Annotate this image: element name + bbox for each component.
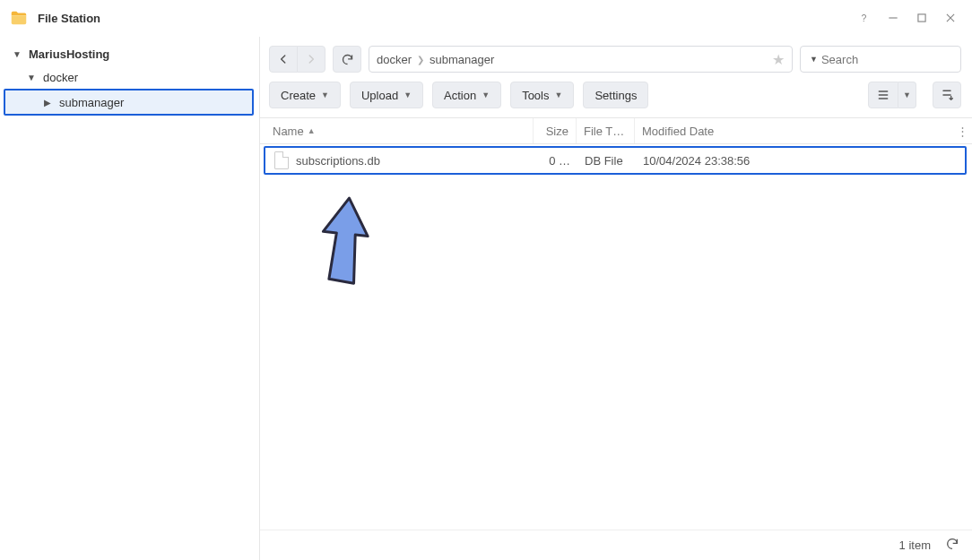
svg-rect-1 [889, 17, 897, 18]
status-bar: 1 item [260, 530, 972, 560]
close-button[interactable] [938, 5, 963, 30]
forward-button[interactable] [297, 46, 325, 73]
maximize-button[interactable] [909, 5, 934, 30]
item-count: 1 item [899, 538, 931, 552]
col-label: Size [546, 125, 568, 138]
content-pane: docker ❯ submanager ★ ▼ Create▼ Upload▼ … [260, 37, 972, 560]
column-header-type[interactable]: File T… [577, 118, 635, 143]
btn-label: Action [444, 89, 476, 102]
help-button[interactable]: ? [852, 5, 877, 30]
btn-label: Settings [594, 89, 637, 102]
column-header-date[interactable]: Modified Date [635, 118, 952, 143]
sort-button[interactable] [933, 82, 961, 108]
chevron-right-icon: ❯ [417, 55, 424, 65]
svg-text:?: ? [862, 13, 867, 23]
view-dropdown-button[interactable]: ▼ [898, 82, 916, 108]
btn-label: Upload [361, 89, 398, 102]
action-toolbar: Create▼ Upload▼ Action▼ Tools▼ Settings … [260, 78, 972, 117]
tree-item-docker[interactable]: ▼ docker [11, 65, 254, 89]
chevron-down-icon[interactable]: ▼ [810, 55, 818, 64]
chevron-down-icon: ▼ [11, 47, 23, 60]
highlighted-row-frame: subscriptions.db 0 … DB File 10/04/2024 … [264, 146, 967, 175]
sort-asc-icon: ▲ [308, 126, 316, 135]
file-icon [274, 151, 289, 169]
view-mode-group: ▼ [868, 82, 916, 108]
refresh-status-button[interactable] [945, 537, 959, 554]
chevron-right-icon: ▶ [41, 96, 54, 108]
breadcrumb[interactable]: docker ❯ submanager ★ [369, 46, 793, 73]
btn-label: Create [281, 89, 316, 102]
column-header-name[interactable]: Name▲ [260, 118, 534, 143]
title-bar: File Station ? [0, 0, 972, 36]
column-header-size[interactable]: Size [534, 118, 577, 143]
search-box[interactable]: ▼ [800, 46, 961, 73]
col-label: Name [273, 125, 304, 138]
chevron-down-icon: ▼ [482, 90, 490, 99]
window-title: File Station [38, 12, 100, 25]
svg-rect-2 [918, 14, 925, 22]
nav-history-group [269, 46, 325, 73]
create-button[interactable]: Create▼ [269, 82, 341, 108]
upload-button[interactable]: Upload▼ [350, 82, 423, 108]
settings-button[interactable]: Settings [583, 82, 648, 108]
tree-item-submanager[interactable]: ▶ submanager [4, 89, 254, 116]
action-button[interactable]: Action▼ [432, 82, 501, 108]
col-label: Modified Date [642, 125, 714, 138]
file-modified: 10/04/2024 23:38:56 [636, 154, 965, 168]
main-area: ▼ MariusHosting ▼ docker ▶ submanager do… [0, 36, 972, 560]
table-row[interactable]: subscriptions.db 0 … DB File 10/04/2024 … [265, 148, 965, 173]
back-button[interactable] [269, 46, 298, 73]
tree-root[interactable]: ▼ MariusHosting [11, 42, 254, 65]
annotation-arrow-icon [309, 191, 381, 301]
breadcrumb-segment[interactable]: submanager [430, 53, 494, 66]
tree-root-label: MariusHosting [29, 47, 109, 61]
tools-button[interactable]: Tools▼ [510, 82, 574, 108]
navigation-toolbar: docker ❯ submanager ★ ▼ [260, 37, 972, 78]
file-table-header: Name▲ Size File T… Modified Date ⋮ [260, 117, 972, 144]
col-label: File T… [584, 125, 624, 138]
tree-item-label: docker [43, 71, 78, 84]
column-menu-button[interactable]: ⋮ [952, 125, 972, 138]
view-list-button[interactable] [868, 82, 898, 108]
breadcrumb-segment[interactable]: docker [377, 53, 412, 66]
chevron-down-icon: ▼ [25, 71, 38, 83]
minimize-button[interactable] [881, 5, 906, 30]
app-folder-icon [9, 8, 29, 28]
file-name: subscriptions.db [296, 154, 380, 168]
file-type: DB File [577, 154, 636, 168]
chevron-down-icon: ▼ [404, 90, 412, 99]
favorite-star-icon[interactable]: ★ [772, 51, 785, 68]
chevron-down-icon: ▼ [555, 90, 563, 99]
tree-item-label: submanager [59, 96, 124, 109]
btn-label: Tools [522, 89, 549, 102]
refresh-button[interactable] [333, 46, 361, 73]
folder-tree: ▼ MariusHosting ▼ docker ▶ submanager [0, 37, 260, 560]
search-input[interactable] [821, 53, 972, 66]
file-size: 0 … [534, 154, 577, 168]
chevron-down-icon: ▼ [321, 90, 329, 99]
